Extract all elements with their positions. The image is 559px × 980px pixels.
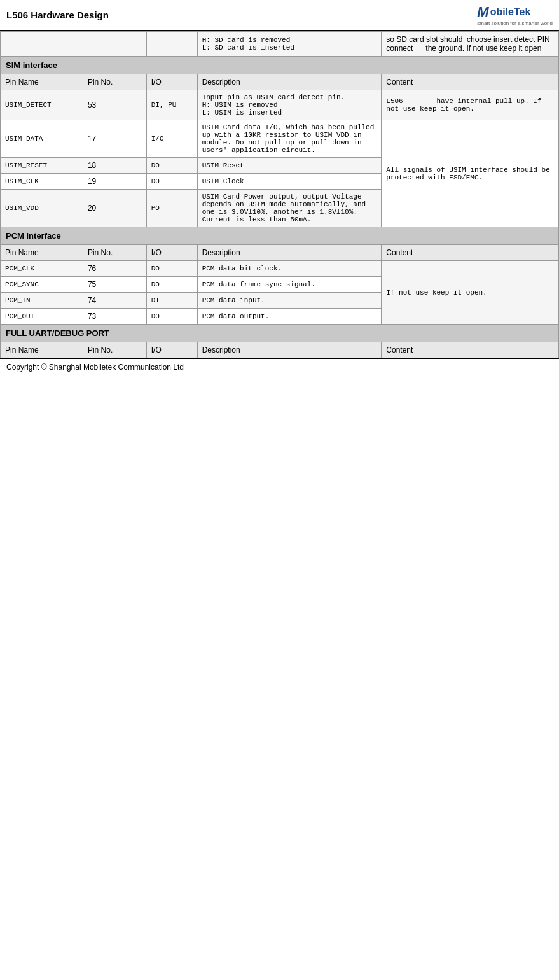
usim-clk-pinno: 19 xyxy=(83,174,146,190)
uart-col-pinno: Pin No. xyxy=(83,342,146,358)
pcm-col-pinname: Pin Name xyxy=(1,245,83,261)
usim-reset-pinno: 18 xyxy=(83,158,146,174)
pcm-clk-desc: PCM data bit clock. xyxy=(197,261,382,277)
continuation-row: H: SD card is removedL: SD card is inser… xyxy=(1,32,559,57)
uart-col-header: Pin Name Pin No. I/O Description Content xyxy=(1,342,559,358)
uart-col-desc: Description xyxy=(197,342,382,358)
usim-detect-io: DI, PU xyxy=(146,90,197,120)
pcm-clk-row: PCM_CLK 76 DO PCM data bit clock. If not… xyxy=(1,261,559,277)
section-sim-title: SIM interface xyxy=(1,57,559,74)
sim-col-header: Pin Name Pin No. I/O Description Content xyxy=(1,74,559,90)
sim-col-pinno: Pin No. xyxy=(83,74,146,90)
sim-col-desc: Description xyxy=(197,74,382,90)
uart-col-io: I/O xyxy=(146,342,197,358)
logo-name: obileTek xyxy=(490,6,531,18)
pcm-col-content: Content xyxy=(382,245,559,261)
sim-col-content: Content xyxy=(382,74,559,90)
usim-reset-io: DO xyxy=(146,158,197,174)
usim-data-row: USIM_DATA 17 I/O USIM Card data I/O, whi… xyxy=(1,120,559,158)
pcm-clk-io: DO xyxy=(146,261,197,277)
usim-clk-desc: USIM Clock xyxy=(197,174,382,190)
usim-data-io: I/O xyxy=(146,120,197,158)
pcm-sync-pinno: 75 xyxy=(83,277,146,293)
copyright-text: Copyright © Shanghai Mobiletek Communica… xyxy=(6,363,184,372)
usim-clk-name: USIM_CLK xyxy=(1,174,83,190)
pcm-shared-content: If not use keep it open. xyxy=(382,261,559,325)
section-uart-title: FULL UART/DEBUG PORT xyxy=(1,325,559,342)
page-header: L506 Hardware Design M obileTek smart so… xyxy=(0,0,559,31)
pcm-sync-desc: PCM data frame sync signal. xyxy=(197,277,382,293)
logo: M obileTek smart solution for a smarter … xyxy=(477,4,553,26)
page-title: L506 Hardware Design xyxy=(6,10,109,20)
logo-icon: M xyxy=(477,4,488,20)
footer: Copyright © Shanghai Mobiletek Communica… xyxy=(0,358,559,375)
usim-vdd-name: USIM_VDD xyxy=(1,190,83,227)
cell-sd-description: H: SD card is removedL: SD card is inser… xyxy=(197,32,382,57)
usim-data-desc: USIM Card data I/O, which has been pulle… xyxy=(197,120,382,158)
usim-detect-name: USIM_DETECT xyxy=(1,90,83,120)
pcm-clk-pinno: 76 xyxy=(83,261,146,277)
section-uart: FULL UART/DEBUG PORT xyxy=(1,325,559,342)
cell-empty-1 xyxy=(1,32,83,57)
sim-col-io: I/O xyxy=(146,74,197,90)
pcm-out-io: DO xyxy=(146,309,197,325)
logo-tagline: smart solution for a smarter world xyxy=(477,20,553,26)
uart-col-pinname: Pin Name xyxy=(1,342,83,358)
usim-detect-pinno: 53 xyxy=(83,90,146,120)
section-sim: SIM interface xyxy=(1,57,559,74)
usim-vdd-desc: USIM Card Power output, output Voltage d… xyxy=(197,190,382,227)
usim-clk-io: DO xyxy=(146,174,197,190)
pcm-sync-name: PCM_SYNC xyxy=(1,277,83,293)
usim-vdd-io: PO xyxy=(146,190,197,227)
usim-data-name: USIM_DATA xyxy=(1,120,83,158)
pcm-col-header: Pin Name Pin No. I/O Description Content xyxy=(1,245,559,261)
pcm-out-desc: PCM data output. xyxy=(197,309,382,325)
pcm-in-name: PCM_IN xyxy=(1,293,83,309)
pcm-out-name: PCM_OUT xyxy=(1,309,83,325)
usim-shared-content: All signals of USIM interface should be … xyxy=(382,120,559,227)
usim-reset-desc: USIM Reset xyxy=(197,158,382,174)
pcm-out-pinno: 73 xyxy=(83,309,146,325)
section-pcm: PCM interface xyxy=(1,227,559,245)
usim-vdd-pinno: 20 xyxy=(83,190,146,227)
usim-detect-desc: Input pin as USIM card detect pin.H: USI… xyxy=(197,90,382,120)
pcm-in-desc: PCM data input. xyxy=(197,293,382,309)
pcm-in-pinno: 74 xyxy=(83,293,146,309)
cell-empty-2 xyxy=(83,32,146,57)
uart-col-content: Content xyxy=(382,342,559,358)
main-table: H: SD card is removedL: SD card is inser… xyxy=(0,31,559,358)
sim-col-pinname: Pin Name xyxy=(1,74,83,90)
pcm-col-pinno: Pin No. xyxy=(83,245,146,261)
usim-data-pinno: 17 xyxy=(83,120,146,158)
usim-reset-name: USIM_RESET xyxy=(1,158,83,174)
pcm-clk-name: PCM_CLK xyxy=(1,261,83,277)
pcm-sync-io: DO xyxy=(146,277,197,293)
pcm-col-io: I/O xyxy=(146,245,197,261)
pcm-in-io: DI xyxy=(146,293,197,309)
section-pcm-title: PCM interface xyxy=(1,227,559,245)
cell-empty-3 xyxy=(146,32,197,57)
pcm-col-desc: Description xyxy=(197,245,382,261)
cell-sd-content: so SD card slot should choose insert det… xyxy=(382,32,559,57)
usim-detect-row: USIM_DETECT 53 DI, PU Input pin as USIM … xyxy=(1,90,559,120)
usim-detect-content: L506 have internal pull up. If not use k… xyxy=(382,90,559,120)
